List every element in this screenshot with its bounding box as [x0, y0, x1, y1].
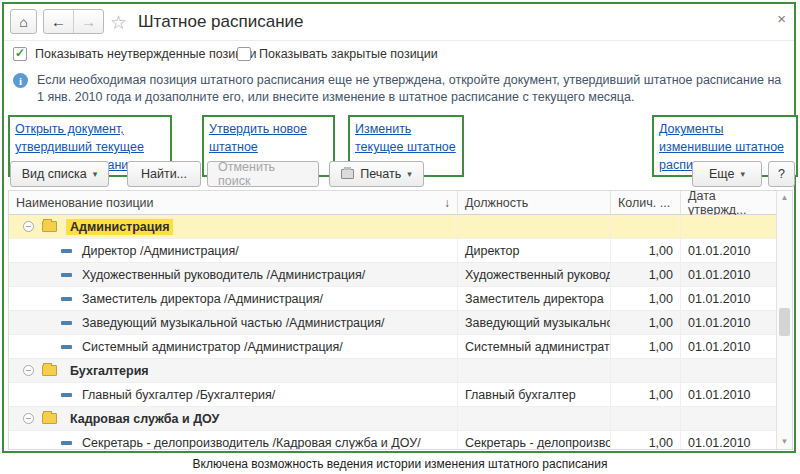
scroll-up-icon[interactable]: ▲ — [777, 191, 792, 205]
cell-name[interactable]: −Администрация — [9, 215, 457, 238]
cell-date[interactable] — [680, 215, 777, 238]
cell-date[interactable] — [680, 359, 777, 382]
column-header-quantity-label: Колич. ... — [618, 196, 670, 210]
cell-date[interactable]: 01.01.2010 — [680, 335, 777, 358]
table-row[interactable]: Художественный руководитель /Администрац… — [9, 263, 792, 287]
cell-position[interactable]: Главный бухгалтер — [457, 383, 610, 406]
folder-icon — [42, 365, 57, 376]
cell-quantity[interactable]: 1,00 — [610, 311, 680, 334]
help-label: ? — [778, 167, 785, 181]
favorite-star-icon[interactable]: ☆ — [110, 11, 127, 34]
collapse-toggle-icon[interactable]: − — [23, 413, 34, 424]
cell-date[interactable]: 01.01.2010 — [680, 383, 777, 406]
column-header-date-label: Дата утвержд... — [688, 190, 770, 217]
more-button[interactable]: Еще ▾ — [692, 161, 762, 187]
cell-position[interactable]: Секретарь - делопроизво... — [457, 431, 610, 450]
table-row[interactable]: −Бухгалтерия — [9, 359, 792, 383]
cell-quantity[interactable]: 1,00 — [610, 263, 680, 286]
column-header-date[interactable]: Дата утвержд... — [680, 191, 777, 214]
column-header-position[interactable]: Должность — [457, 191, 610, 214]
cell-quantity[interactable]: 1,00 — [610, 239, 680, 262]
cell-position[interactable]: Системный администратор — [457, 335, 610, 358]
cell-date[interactable]: 01.01.2010 — [680, 263, 777, 286]
staffing-schedule-window: ⌂ ← → ☆ Штатное расписание × Показывать … — [2, 2, 796, 453]
back-button[interactable]: ← — [44, 10, 74, 33]
cell-quantity[interactable]: 1,00 — [610, 431, 680, 450]
table-row[interactable]: Директор /Администрация/Директор1,0001.0… — [9, 239, 792, 263]
find-button[interactable]: Найти... — [127, 161, 201, 187]
view-list-button[interactable]: Вид списка ▾ — [10, 161, 109, 187]
filter-show-closed[interactable]: Показывать закрытые позиции — [237, 47, 438, 61]
cell-position[interactable] — [457, 407, 610, 430]
column-header-name[interactable]: Наименование позиции ↓ — [9, 191, 457, 214]
cell-date[interactable]: 01.01.2010 — [680, 311, 777, 334]
filter-show-unapproved[interactable]: Показывать неутвержденные позиции — [13, 47, 256, 61]
cancel-search-label: Отменить поиск — [218, 160, 308, 188]
table-row[interactable]: Заместитель директора /Администрация/Зам… — [9, 287, 792, 311]
cell-date[interactable] — [680, 407, 777, 430]
position-name: Главный бухгалтер /Бухгалтерия/ — [82, 388, 275, 402]
list-toolbar: Вид списка ▾ Найти... Отменить поиск Печ… — [4, 161, 794, 189]
sort-descending-icon: ↓ — [444, 196, 450, 210]
view-list-label: Вид списка — [22, 167, 87, 181]
close-icon[interactable]: × — [777, 10, 786, 27]
cell-date[interactable]: 01.01.2010 — [680, 431, 777, 450]
print-button[interactable]: Печать ▾ — [329, 161, 424, 187]
table-row[interactable]: −Кадровая служба и ДОУ — [9, 407, 792, 431]
cell-position[interactable]: Заместитель директора — [457, 287, 610, 310]
cell-position[interactable]: Заведующий музыкально... — [457, 311, 610, 334]
scroll-down-icon[interactable]: ▼ — [777, 435, 792, 449]
printer-icon — [341, 169, 354, 179]
collapse-toggle-icon[interactable]: − — [23, 365, 34, 376]
cell-name[interactable]: −Бухгалтерия — [9, 359, 457, 382]
cell-name[interactable]: Директор /Администрация/ — [9, 239, 457, 262]
cancel-search-button[interactable]: Отменить поиск — [207, 161, 319, 187]
show-closed-label: Показывать закрытые позиции — [259, 47, 438, 61]
column-header-quantity[interactable]: Колич. ... — [610, 191, 680, 214]
table-row[interactable]: −Администрация — [9, 215, 792, 239]
help-button[interactable]: ? — [768, 161, 795, 187]
home-button[interactable]: ⌂ — [10, 9, 37, 34]
cell-name[interactable]: Заведующий музыкальной частью /Администр… — [9, 311, 457, 334]
cell-name[interactable]: Системный администратор /Администрация/ — [9, 335, 457, 358]
table-row[interactable]: Заведующий музыкальной частью /Администр… — [9, 311, 792, 335]
cell-position[interactable] — [457, 215, 610, 238]
scrollbar-thumb[interactable] — [779, 308, 790, 336]
vertical-scrollbar[interactable]: ▲ ▼ — [776, 191, 792, 449]
table-row[interactable]: Секретарь - делопроизводитель /Кадровая … — [9, 431, 792, 450]
show-unapproved-checkbox[interactable] — [13, 47, 27, 61]
page-title: Штатное расписание — [138, 12, 303, 32]
info-message-text: Если необходимая позиция штатного распис… — [37, 72, 785, 106]
cell-name[interactable]: −Кадровая служба и ДОУ — [9, 407, 457, 430]
show-closed-checkbox[interactable] — [237, 47, 251, 61]
info-message: i Если необходимая позиция штатного расп… — [13, 72, 788, 106]
cell-quantity[interactable] — [610, 215, 680, 238]
group-name: Бухгалтерия — [66, 363, 153, 379]
chevron-down-icon: ▾ — [93, 169, 98, 179]
group-name: Администрация — [66, 219, 173, 235]
position-item-icon — [61, 345, 72, 349]
table-row[interactable]: Главный бухгалтер /Бухгалтерия/Главный б… — [9, 383, 792, 407]
print-label: Печать — [360, 167, 401, 181]
collapse-toggle-icon[interactable]: − — [23, 221, 34, 232]
cell-date[interactable]: 01.01.2010 — [680, 239, 777, 262]
forward-arrow-icon: → — [81, 13, 96, 30]
cell-position[interactable]: Директор — [457, 239, 610, 262]
cell-quantity[interactable]: 1,00 — [610, 335, 680, 358]
cell-position[interactable] — [457, 359, 610, 382]
cell-position[interactable]: Художественный руковод... — [457, 263, 610, 286]
table-row[interactable]: Системный администратор /Администрация/С… — [9, 335, 792, 359]
cell-quantity[interactable] — [610, 359, 680, 382]
cell-name[interactable]: Главный бухгалтер /Бухгалтерия/ — [9, 383, 457, 406]
cell-quantity[interactable]: 1,00 — [610, 383, 680, 406]
cell-date[interactable]: 01.01.2010 — [680, 287, 777, 310]
position-name: Заведующий музыкальной частью /Администр… — [82, 316, 384, 330]
cell-quantity[interactable] — [610, 407, 680, 430]
cell-quantity[interactable]: 1,00 — [610, 287, 680, 310]
forward-button[interactable]: → — [74, 10, 103, 33]
cell-name[interactable]: Художественный руководитель /Администрац… — [9, 263, 457, 286]
position-name: Директор /Администрация/ — [82, 244, 239, 258]
cell-name[interactable]: Заместитель директора /Администрация/ — [9, 287, 457, 310]
show-unapproved-label: Показывать неутвержденные позиции — [35, 47, 256, 61]
cell-name[interactable]: Секретарь - делопроизводитель /Кадровая … — [9, 431, 457, 450]
